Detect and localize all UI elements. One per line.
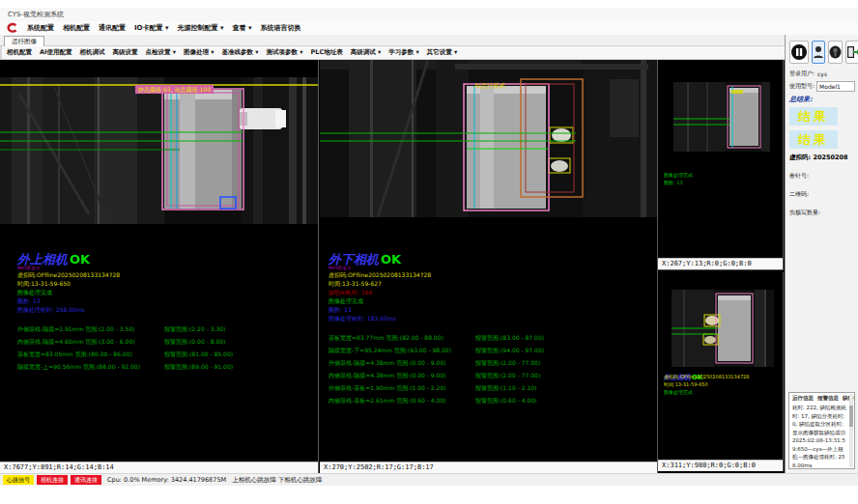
tool-image-processing[interactable]: 图像处理 ▾: [184, 48, 214, 57]
left-camera-image[interactable]: [0, 77, 318, 224]
center-done-line: 图像处理完成: [329, 297, 544, 306]
measurement-alarm-range: 报警范围:(83.00 - 87.00): [475, 334, 544, 347]
small-top-status-line: 图像处理完成: [664, 172, 693, 180]
virtual-code-value: 20250208: [813, 154, 847, 161]
info-log-text: 耗时: 222, 缺陷检测耗时: 17, 缺陷分类耗时: 0, 缺陷提取分区耗时…: [792, 404, 847, 469]
measurement-value: 内侧基线-隔膜=4.60mm 范围:(3.00 - 6.00): [17, 338, 164, 350]
tool-test-params[interactable]: 测试项参数 ▾: [267, 48, 303, 57]
measurement-alarm-range: 报警范围:(2.00 - 77.00): [475, 359, 540, 372]
small-bottom-coordinate-bar: X:311;Y:980;R:0;G:0;B:0: [658, 460, 783, 471]
model-field: 使用型号: Model1: [789, 81, 854, 92]
small-bottom-time-line: 时间:13-31-59-650: [664, 381, 749, 389]
measurement-row: 基板宽度=83.05mm 范围:(80.00 - 86.00) 报警范围:(81…: [17, 350, 233, 363]
login-user-value: cys: [817, 70, 827, 77]
tool-advanced-debug[interactable]: 高级调试 ▾: [351, 48, 382, 57]
measurement-row: 基板宽度=83.77mm 范围:(82.00 - 88.00) 报警范围:(83…: [329, 334, 544, 347]
menu-item-system-config[interactable]: 系统配置: [27, 23, 54, 33]
cpu-memory-text: Cpu: 0.0% Memory: 3424.41796875M: [107, 476, 226, 484]
pause-button[interactable]: [789, 41, 809, 64]
center-time-line: 时间:13-31-59-627: [329, 280, 544, 289]
heartbeat-status-badge: 心跳信号: [3, 475, 34, 485]
small-bottom-done-line: 图像处理完成: [664, 389, 749, 397]
left-camera-panel: 静态阈值:93, 动态阈值:100 外上相机OK MES发送:0 虚拟码:OFf…: [0, 60, 319, 473]
center-coordinate-bar: X:270;Y:2502;R:17;G:17;B:17: [320, 462, 657, 473]
exit-icon: [846, 45, 858, 59]
measurement-value: 外侧基线-基板=1.90mm 范围:(1.00 - 2.20): [329, 384, 475, 397]
menu-item-camera-config[interactable]: 相机配置: [63, 23, 90, 33]
menu-item-view[interactable]: 查看 ▾: [232, 23, 251, 33]
key-button[interactable]: [828, 41, 843, 64]
small-top-camera-panel: 图像处理完成 圈数: 13 X:267;Y:13;R:0;G:0;B:0: [658, 60, 784, 270]
measurement-alarm-range: 报警范围:(0.00 - 8.00): [164, 338, 225, 350]
small-bottom-status: 外上相机OK 虚拟码:OFfIine20250208133134728 时间:1…: [664, 365, 749, 397]
camera-connection-badge: 相机连接: [37, 475, 68, 485]
app-logo-icon: [6, 22, 18, 34]
user-button[interactable]: [812, 41, 825, 64]
qrcode-label: 二维码:: [789, 190, 854, 199]
tool-learn-params[interactable]: 学习参数 ▾: [388, 48, 419, 57]
total-result-label: 总结果:: [789, 95, 854, 104]
measurement-value: 内侧基线-隔膜=4.38mm 范围:(0.00 - 9.00): [329, 372, 475, 384]
small-top-coordinate-bar: X:267;Y:13;R:0;G:0;B:0: [658, 258, 783, 269]
user-icon: [813, 45, 824, 59]
measurement-alarm-range: 报警范围:(94.00 - 97.00): [475, 347, 544, 359]
left-result-status: OK: [70, 252, 90, 266]
tab-strip: 运行图像: [0, 35, 785, 46]
tool-baseline-params[interactable]: 基准线参数 ▾: [222, 48, 259, 57]
tab-alarm-info[interactable]: 报警信息: [817, 395, 839, 402]
info-scrollbar[interactable]: [849, 394, 853, 467]
exit-button[interactable]: [845, 41, 858, 64]
measurement-value: 外侧基线-隔膜=2.91mm 范围:(2.00 - 3.50): [17, 325, 164, 338]
center-loop-line: 圈数: 13: [329, 306, 544, 315]
pause-icon: [790, 43, 808, 61]
info-scrollbar-thumb[interactable]: [849, 406, 853, 427]
center-ai-time-line: 缺陷AI耗时: 166: [329, 289, 544, 297]
sidebar-button-row: [789, 40, 854, 65]
small-bottom-camera-panel: 外上相机OK 虚拟码:OFfIine20250208133134728 时间:1…: [658, 272, 784, 471]
tool-other-settings[interactable]: 其它设置 ▾: [427, 48, 458, 57]
tool-ai-config[interactable]: AI使用配置: [40, 48, 72, 57]
center-result-block: 外下相机OK MES发送:0 虚拟码:OFfIine20250208133134…: [329, 249, 544, 409]
tool-plc-address-table[interactable]: PLC地址表: [311, 48, 343, 57]
model-value-input[interactable]: Model1: [816, 81, 855, 92]
threshold-overlay-label: 静态阈值:93, 动态阈值:100: [135, 85, 214, 94]
heartbeat-fault-text: 上相机心跳故障 下相机心跳故障: [232, 476, 322, 485]
measurement-value: 基板宽度=83.77mm 范围:(82.00 - 88.00): [329, 334, 475, 347]
center-measurements: 基板宽度=83.77mm 范围:(82.00 - 88.00) 报警范围:(83…: [329, 334, 544, 409]
small-bottom-result-title: 外上相机OK: [664, 365, 749, 374]
left-barcode-line: 虚拟码:OFfIine20250208133134728: [17, 271, 233, 280]
tool-camera-debug[interactable]: 相机调试: [79, 48, 104, 57]
tool-advanced-settings[interactable]: 高级设置: [112, 48, 137, 57]
small-top-camera-image[interactable]: [673, 82, 770, 152]
left-camera-name: 外上相机: [17, 252, 68, 266]
left-result-block: 外上相机OK MES发送:0 虚拟码:OFfIine20250208133134…: [17, 249, 233, 376]
center-result-status: OK: [381, 252, 401, 266]
right-sidebar: 登录用户: cys 使用型号: Model1 总结果: 结果 结果 虚拟码: 2…: [785, 35, 858, 473]
info-tabs: 运行信息 报警信息 缺陷信息: [792, 395, 847, 402]
center-camera-panel: AI运行模式 外下相机OK MES发送:0 虚拟码:OFfIine2025020…: [320, 60, 658, 473]
login-user-field: 登录用户: cys: [789, 70, 854, 78]
tab-run-info[interactable]: 运行信息: [792, 395, 814, 402]
center-result-title: 外下相机OK: [329, 249, 544, 264]
tool-camera-config[interactable]: 相机配置: [7, 48, 32, 57]
ai-mode-overlay-label: AI运行模式: [474, 82, 505, 91]
status-bar: 心跳信号 相机连接 通讯连接 Cpu: 0.0% Memory: 3424.41…: [0, 473, 858, 486]
menu-item-io-config[interactable]: IO卡配置 ▾: [134, 23, 169, 33]
left-time-line: 时间:13-31-59-650: [17, 280, 233, 289]
result-box-upper: 结果: [789, 107, 838, 126]
menu-item-language[interactable]: 系统语言切换: [260, 23, 300, 33]
measurement-alarm-range: 报警范围:(89.00 - 91.00): [164, 363, 233, 376]
menu-item-light-config[interactable]: 光源控制配置 ▾: [178, 23, 224, 33]
small-bottom-camera-image[interactable]: [672, 290, 774, 367]
app-window: CYS-视觉检测系统 系统配置 相机配置 通讯配置 IO卡配置 ▾ 光源控制配置…: [0, 0, 858, 504]
measurement-alarm-range: 报警范围:(0.60 - 4.00): [475, 397, 536, 409]
measurement-row: 外侧基线-基板=1.90mm 范围:(1.00 - 2.20) 报警范围:(1.…: [329, 384, 544, 397]
measurement-row: 内侧基线-隔膜=4.38mm 范围:(0.00 - 9.00) 报警范围:(2.…: [329, 372, 544, 384]
measurement-row: 外侧基线-隔膜=2.91mm 范围:(2.00 - 3.50) 报警范围:(2.…: [17, 325, 233, 338]
tool-spotcheck-settings[interactable]: 点检设置 ▾: [145, 48, 176, 57]
left-result-title: 外上相机OK: [17, 249, 233, 264]
window-titlebar: CYS-视觉检测系统: [0, 8, 858, 21]
menu-item-comm-config[interactable]: 通讯配置: [99, 23, 126, 33]
measurement-row: 内侧基线-隔膜=4.60mm 范围:(3.00 - 6.00) 报警范围:(0.…: [17, 338, 233, 350]
info-log-panel: 运行信息 报警信息 缺陷信息 耗时: 222, 缺陷检测耗时: 17, 缺陷分类…: [788, 392, 855, 469]
